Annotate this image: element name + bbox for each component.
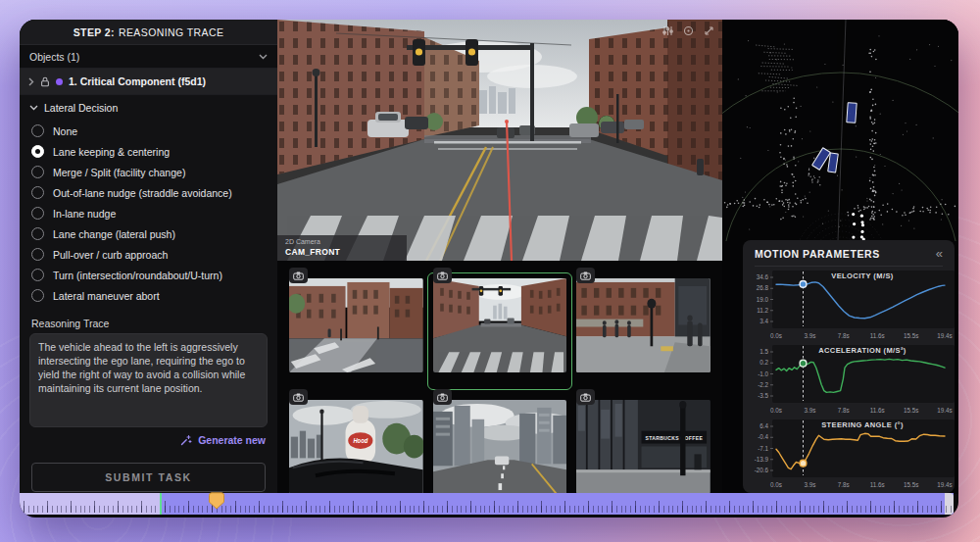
radio-circle[interactable] xyxy=(31,124,44,137)
thumbnail-cam-front-selected[interactable] xyxy=(433,278,567,372)
svg-text:7.8s: 7.8s xyxy=(838,332,850,339)
svg-text:7.8s: 7.8s xyxy=(838,407,850,414)
object-item-label: 1. Critical Component (f5d1) xyxy=(69,75,206,87)
svg-text:6.4: 6.4 xyxy=(760,422,768,429)
radio-option-label: None xyxy=(53,125,77,137)
svg-text:3.9s: 3.9s xyxy=(804,332,815,339)
svg-text:26.8: 26.8 xyxy=(757,284,769,291)
radio-option-turn[interactable]: Turn (intersection/roundabout/U-turn) xyxy=(20,265,277,285)
camera-icon xyxy=(433,268,452,283)
generate-new-label: Generate new xyxy=(198,434,266,446)
thumbnail-cam-back[interactable] xyxy=(433,400,567,494)
camera-icon xyxy=(576,268,595,283)
svg-text:19.4s: 19.4s xyxy=(937,407,952,414)
app-window: STEP 2: REASONING TRACE Objects (1) 1. C… xyxy=(20,20,958,517)
radio-option-label: Merge / Split (facility change) xyxy=(53,167,185,178)
radio-circle[interactable] xyxy=(31,166,44,178)
camera-icon xyxy=(433,389,452,405)
adjust-sliders-icon[interactable] xyxy=(662,25,673,36)
timeline-position-marker xyxy=(160,493,162,515)
svg-text:15.5s: 15.5s xyxy=(904,481,918,488)
lidar-top-view[interactable] xyxy=(722,20,958,241)
main-camera-viewport[interactable]: 2D Camera CAM_FRONT xyxy=(277,20,722,261)
front-camera-scene xyxy=(277,20,722,261)
svg-text:0.2: 0.2 xyxy=(760,359,768,366)
svg-text:3.9s: 3.9s xyxy=(804,407,815,414)
magic-wand-icon xyxy=(179,434,192,447)
camera-area: 2D Camera CAM_FRONT xyxy=(277,20,722,494)
radio-option-label: Out-of-lane nudge (straddle avoidance) xyxy=(53,187,232,199)
radio-circle[interactable] xyxy=(31,248,44,261)
camera-label: 2D Camera CAM_FRONT xyxy=(277,235,407,261)
radio-circle-selected[interactable] xyxy=(31,145,44,158)
svg-text:7.8s: 7.8s xyxy=(838,481,850,488)
radio-option-in-lane-nudge[interactable]: In-lane nudge xyxy=(20,203,277,223)
object-item-critical-component[interactable]: 1. Critical Component (f5d1) xyxy=(20,69,277,95)
objects-header[interactable]: Objects (1) xyxy=(20,45,277,69)
acceleration-chart: ACCELERATION (M/S²) 1.50.2-1.0-2.2-3.50.… xyxy=(743,343,955,416)
svg-text:11.6s: 11.6s xyxy=(870,407,885,414)
step-number-label: STEP 2: xyxy=(74,26,115,38)
thumbnail-cam-front-left[interactable] xyxy=(289,278,423,372)
svg-text:-0.4: -0.4 xyxy=(758,433,768,440)
reasoning-trace-textarea[interactable]: The vehicle ahead to the left is aggress… xyxy=(29,333,268,427)
camera-icon xyxy=(289,268,308,283)
hood-sign-text: Hood xyxy=(353,437,368,444)
velocity-chart-canvas: 34.626.819.011.23.40.0s3.9s7.8s11.6s15.5… xyxy=(743,269,955,341)
crosshair-icon[interactable] xyxy=(683,25,694,36)
chevron-right-icon xyxy=(28,77,34,86)
svg-text:19.4s: 19.4s xyxy=(937,332,952,339)
radio-option-label: Lane change (lateral push) xyxy=(53,228,175,240)
thumbnail-cam-back-right[interactable]: STARBUCKS COFFEE xyxy=(576,400,710,494)
radio-option-lane-change[interactable]: Lane change (lateral push) xyxy=(20,223,277,244)
reasoning-trace-label: Reasoning Trace xyxy=(31,318,266,329)
thumbnail-scene: Hood xyxy=(289,400,423,494)
radio-circle[interactable] xyxy=(31,289,44,302)
starbucks-sign-text: STARBUCKS COFFEE xyxy=(646,434,704,440)
svg-text:-13.9: -13.9 xyxy=(755,456,769,463)
svg-text:15.5s: 15.5s xyxy=(904,332,918,339)
lateral-decision-section-header[interactable]: Lateral Decision xyxy=(20,95,277,121)
thumbnail-scene xyxy=(576,278,710,372)
generate-new-button[interactable]: Generate new xyxy=(20,427,277,453)
svg-text:34.6: 34.6 xyxy=(757,273,769,280)
radio-option-out-of-lane-nudge[interactable]: Out-of-lane nudge (straddle avoidance) xyxy=(20,182,277,203)
svg-text:3.9s: 3.9s xyxy=(804,481,815,488)
radio-circle[interactable] xyxy=(31,186,44,199)
lock-icon xyxy=(40,76,50,87)
timeline-scrubber[interactable] xyxy=(20,493,954,515)
radio-option-lateral-abort[interactable]: Lateral maneuver abort xyxy=(20,285,277,306)
svg-text:11.6s: 11.6s xyxy=(870,332,885,339)
svg-text:15.5s: 15.5s xyxy=(904,407,918,414)
submit-task-button[interactable]: SUBMIT TASK xyxy=(31,463,266,492)
radio-circle[interactable] xyxy=(31,207,44,220)
objects-header-label: Objects (1) xyxy=(29,51,79,63)
timeline-drag-handle[interactable] xyxy=(209,492,224,510)
step-header: STEP 2: REASONING TRACE xyxy=(20,20,277,45)
radio-option-none[interactable]: None xyxy=(20,121,277,141)
svg-text:3.4: 3.4 xyxy=(760,318,768,324)
radio-circle[interactable] xyxy=(31,227,44,240)
thumbnail-scene xyxy=(433,278,567,372)
thumbnail-scene xyxy=(433,400,567,494)
svg-text:19.0: 19.0 xyxy=(757,296,769,303)
desktop-background: STEP 2: REASONING TRACE Objects (1) 1. C… xyxy=(0,0,980,542)
radio-option-label: Pull-over / curb approach xyxy=(53,249,168,261)
thumbnail-cam-back-left[interactable]: Hood xyxy=(289,400,423,494)
radio-circle[interactable] xyxy=(31,269,44,281)
radio-option-merge-split[interactable]: Merge / Split (facility change) xyxy=(20,162,277,182)
svg-text:19.4s: 19.4s xyxy=(937,481,952,488)
svg-text:-7.1: -7.1 xyxy=(758,445,768,452)
radio-option-lane-keeping[interactable]: Lane keeping & centering xyxy=(20,141,277,162)
radio-option-pull-over[interactable]: Pull-over / curb approach xyxy=(20,244,277,265)
reasoning-sidebar: STEP 2: REASONING TRACE Objects (1) 1. C… xyxy=(20,20,277,494)
svg-text:-20.6: -20.6 xyxy=(755,467,769,473)
thumbnail-cam-front-right[interactable] xyxy=(576,278,710,372)
camera-type-label: 2D Camera xyxy=(285,238,397,247)
collapse-panel-icon[interactable]: « xyxy=(936,249,943,259)
svg-text:0.0s: 0.0s xyxy=(770,407,782,414)
radio-option-label: Lateral maneuver abort xyxy=(53,290,160,302)
thumbnail-scene xyxy=(289,278,423,372)
radio-option-label: Lane keeping & centering xyxy=(53,146,170,158)
expand-icon[interactable] xyxy=(704,25,714,36)
